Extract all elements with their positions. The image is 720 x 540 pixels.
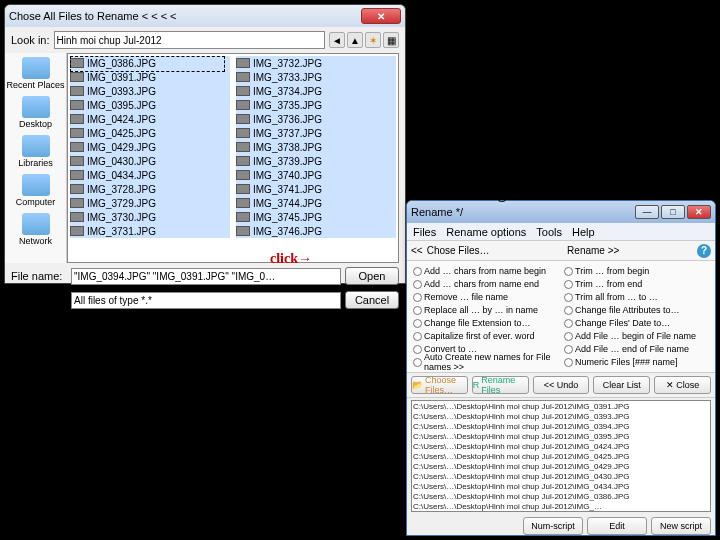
file-item[interactable]: IMG_0395.JPG (70, 98, 230, 112)
rename-option[interactable]: Add … chars from name end (413, 278, 558, 290)
file-list-pane[interactable]: IMG_0386.JPGIMG_3732.JPGIMG_0391.JPGIMG_… (67, 53, 399, 263)
option-radio[interactable] (564, 319, 573, 328)
file-item[interactable]: IMG_3741.JPG (236, 182, 396, 196)
rename-option[interactable]: Trim … from end (564, 278, 709, 290)
file-item[interactable]: IMG_3733.JPG (236, 70, 396, 84)
option-radio[interactable] (564, 358, 573, 367)
filename-input[interactable] (71, 268, 341, 285)
file-item[interactable]: IMG_0425.JPG (70, 126, 230, 140)
option-radio[interactable] (413, 332, 422, 341)
selected-files-list[interactable]: C:\Users\…\Desktop\Hinh moi chup Jul-201… (411, 400, 711, 512)
file-item[interactable]: IMG_0391.JPG (70, 70, 230, 84)
file-item[interactable]: IMG_0434.JPG (70, 168, 230, 182)
option-radio[interactable] (413, 267, 422, 276)
list-item[interactable]: C:\Users\…\Desktop\Hinh moi chup Jul-201… (413, 432, 709, 442)
list-item[interactable]: C:\Users\…\Desktop\Hinh moi chup Jul-201… (413, 462, 709, 472)
rename-option[interactable]: Change file Attributes to… (564, 304, 709, 316)
open-button[interactable]: Open (345, 267, 399, 285)
rename-option[interactable]: Numeric Files [### name] (564, 356, 709, 368)
maximize-icon[interactable]: □ (661, 205, 685, 219)
numscript-button[interactable]: Num-script (523, 517, 583, 535)
menu-files[interactable]: Files (413, 226, 436, 238)
file-item[interactable]: IMG_3736.JPG (236, 112, 396, 126)
file-item[interactable]: IMG_3735.JPG (236, 98, 396, 112)
rename-option[interactable]: Replace all … by … in name (413, 304, 558, 316)
chooser-titlebar[interactable]: Chose All Files to Rename < < < < ✕ (5, 5, 405, 27)
file-item[interactable]: IMG_3730.JPG (70, 210, 230, 224)
option-radio[interactable] (564, 332, 573, 341)
option-radio[interactable] (413, 306, 422, 315)
file-item[interactable]: IMG_3728.JPG (70, 182, 230, 196)
rename-titlebar[interactable]: Rename */ — □ ✕ (407, 201, 715, 223)
option-radio[interactable] (413, 345, 422, 354)
sidebar-item-network[interactable]: Network (5, 213, 66, 246)
file-item[interactable]: IMG_0430.JPG (70, 154, 230, 168)
file-item[interactable]: IMG_0429.JPG (70, 140, 230, 154)
rename-option[interactable]: Auto Create new names for File names >> (413, 356, 558, 368)
help-icon[interactable]: ? (697, 244, 711, 258)
sidebar-item-desktop[interactable]: Desktop (5, 96, 66, 129)
file-item[interactable]: IMG_3744.JPG (236, 196, 396, 210)
rename-option[interactable]: Add File … end of File name (564, 343, 709, 355)
file-item[interactable]: IMG_3738.JPG (236, 140, 396, 154)
option-radio[interactable] (564, 293, 573, 302)
rename-option[interactable]: Remove … file name (413, 291, 558, 303)
list-item[interactable]: C:\Users\…\Desktop\Hinh moi chup Jul-201… (413, 472, 709, 482)
file-item[interactable]: IMG_3729.JPG (70, 196, 230, 210)
option-radio[interactable] (564, 280, 573, 289)
sidebar-item-libraries[interactable]: Libraries (5, 135, 66, 168)
list-item[interactable]: C:\Users\…\Desktop\Hinh moi chup Jul-201… (413, 422, 709, 432)
up-icon[interactable]: ▲ (347, 32, 363, 48)
newscript-button[interactable]: New script (651, 517, 711, 535)
toolbar-rename[interactable]: Rename >> (567, 245, 619, 256)
list-item[interactable]: C:\Users\…\Desktop\Hinh moi chup Jul-201… (413, 492, 709, 502)
file-item[interactable]: IMG_0424.JPG (70, 112, 230, 126)
choose-files-button[interactable]: 📂 Choose Files… (411, 376, 468, 394)
back-icon[interactable]: ◄ (329, 32, 345, 48)
menu-rename-options[interactable]: Rename options (446, 226, 526, 238)
option-radio[interactable] (413, 358, 422, 367)
list-item[interactable]: C:\Users\…\Desktop\Hinh moi chup Jul-201… (413, 412, 709, 422)
option-radio[interactable] (413, 319, 422, 328)
option-radio[interactable] (413, 293, 422, 302)
rename-option[interactable]: Change Files' Date to… (564, 317, 709, 329)
menu-tools[interactable]: Tools (536, 226, 562, 238)
option-radio[interactable] (564, 345, 573, 354)
sidebar-item-computer[interactable]: Computer (5, 174, 66, 207)
file-item[interactable]: IMG_3737.JPG (236, 126, 396, 140)
file-item[interactable]: IMG_3740.JPG (236, 168, 396, 182)
file-item[interactable]: IMG_0393.JPG (70, 84, 230, 98)
list-item[interactable]: C:\Users\…\Desktop\Hinh moi chup Jul-201… (413, 442, 709, 452)
option-radio[interactable] (564, 267, 573, 276)
toolbar-prev[interactable]: << (411, 245, 423, 256)
rename-option[interactable]: Change file Extension to… (413, 317, 558, 329)
list-item[interactable]: C:\Users\…\Desktop\Hinh moi chup Jul-201… (413, 452, 709, 462)
undo-button[interactable]: << Undo (533, 376, 590, 394)
file-item[interactable]: IMG_3746.JPG (236, 224, 396, 238)
rename-option[interactable]: Add File … begin of File name (564, 330, 709, 342)
rename-option[interactable]: Trim all from … to … (564, 291, 709, 303)
list-item[interactable]: C:\Users\…\Desktop\Hinh moi chup Jul-201… (413, 402, 709, 412)
views-icon[interactable]: ▦ (383, 32, 399, 48)
sidebar-item-recent[interactable]: Recent Places (5, 57, 66, 90)
file-item[interactable]: IMG_3731.JPG (70, 224, 230, 238)
edit-button[interactable]: Edit (587, 517, 647, 535)
toolbar-choose[interactable]: Chose Files… (427, 245, 490, 256)
minimize-icon[interactable]: — (635, 205, 659, 219)
list-item[interactable]: C:\Users\…\Desktop\Hinh moi chup Jul-201… (413, 502, 709, 512)
filetype-combo[interactable] (71, 292, 341, 309)
file-item[interactable]: IMG_3734.JPG (236, 84, 396, 98)
menu-help[interactable]: Help (572, 226, 595, 238)
close-icon[interactable]: ✕ (361, 8, 401, 24)
rename-option[interactable]: Add … chars from name begin (413, 265, 558, 277)
look-in-combo[interactable]: Hinh moi chup Jul-2012 (54, 31, 325, 49)
close-icon[interactable]: ✕ (687, 205, 711, 219)
close-button[interactable]: ✕ Close (654, 376, 711, 394)
list-item[interactable]: C:\Users\…\Desktop\Hinh moi chup Jul-201… (413, 482, 709, 492)
clear-list-button[interactable]: Clear List (593, 376, 650, 394)
file-item[interactable]: IMG_3739.JPG (236, 154, 396, 168)
option-radio[interactable] (564, 306, 573, 315)
file-item[interactable]: IMG_3745.JPG (236, 210, 396, 224)
cancel-button[interactable]: Cancel (345, 291, 399, 309)
file-item[interactable]: IMG_0386.JPG (70, 56, 230, 70)
